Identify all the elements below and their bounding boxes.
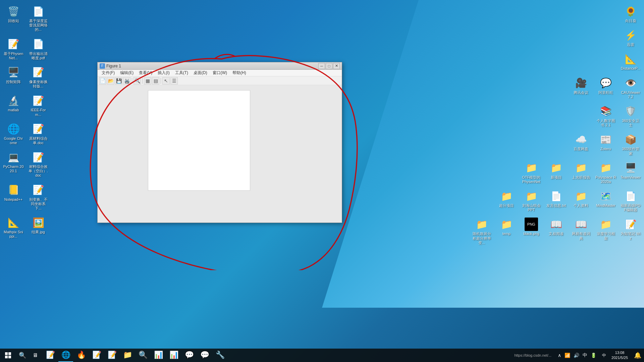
toolbar-save[interactable]: 💾 xyxy=(115,77,122,84)
close-button[interactable]: ✕ xyxy=(333,63,340,69)
search-button[interactable]: 🔍 xyxy=(16,349,29,362)
toolbar-list[interactable]: ☰ xyxy=(170,77,178,84)
toolbar-zoom[interactable]: 🔍 xyxy=(133,77,141,84)
icon-label: matlab xyxy=(8,108,19,112)
toolbar-new[interactable]: 📄 xyxy=(99,77,106,84)
icon-cauview[interactable]: 👁️ CAUViewer 7.2 xyxy=(619,75,642,101)
pdf-icon: 📄 xyxy=(624,189,637,203)
toolbar-print[interactable]: 🖨️ xyxy=(123,77,130,84)
icon-pycharm[interactable]: 💻 PyCharm 2020.1 xyxy=(2,149,25,179)
icon-wenshuyue[interactable]: 📖 文叔阅读 xyxy=(544,216,568,246)
menu-insert[interactable]: 插入(I) xyxy=(155,70,172,76)
icon-label: 控制矩阵 xyxy=(6,80,21,84)
taskbar-app-excel[interactable]: 📊 xyxy=(151,349,166,362)
task-view-button[interactable]: 🖥 xyxy=(29,349,42,362)
icon-teamviewer[interactable]: 🖥️ TeamViewer xyxy=(619,160,642,185)
icon-wiz[interactable]: 📝 为知笔记 Wiz xyxy=(619,216,642,246)
taskbar-app-word[interactable]: 📝 xyxy=(43,349,58,362)
toolbar-open[interactable]: 📂 xyxy=(107,77,114,84)
icon-label: 像素坐标换转版... xyxy=(28,80,49,88)
battery-icon[interactable]: 🔋 xyxy=(590,353,597,358)
taskbar-app-chrome[interactable]: 🌐 xyxy=(58,349,73,362)
icon-deeplearn[interactable]: 📁 深度学习框架 xyxy=(594,216,618,246)
menu-file[interactable]: 文件(F) xyxy=(99,70,117,76)
icon-personal[interactable]: 📁 个人资料 xyxy=(569,188,593,214)
start-button[interactable] xyxy=(0,349,16,362)
icon-label: Google Chrome xyxy=(3,136,24,145)
chrome-icon: 🌐 xyxy=(7,122,20,136)
icon-fayanxin[interactable]: 📄 发言信息.txt xyxy=(544,188,568,214)
svg-rect-0 xyxy=(5,352,8,355)
icon-liushanjiao[interactable]: 📁 刘海山组会 PPT xyxy=(520,188,543,214)
icon-baiduyun[interactable]: ☁️ 百度网盘 xyxy=(569,131,593,157)
notification-button[interactable]: 🔔 xyxy=(631,352,644,359)
icon-temp[interactable]: 📁 temp xyxy=(495,216,518,246)
icon-youdao[interactable]: 📖 网易有道词典 xyxy=(569,216,593,246)
taskbar-app-ppt[interactable]: 📊 xyxy=(166,349,181,362)
icon-pdf2[interactable]: 📄 带出输出清晰度.pdf xyxy=(26,36,50,62)
volume-icon[interactable]: 🔊 xyxy=(573,353,580,358)
icon-digital[interactable]: 📚 个人数字图书 2.1 xyxy=(594,103,618,129)
maximize-button[interactable]: □ xyxy=(326,63,332,69)
network-icon[interactable]: 📶 xyxy=(564,353,571,358)
icon-tengxunhui[interactable]: 🎥 腾讯会议 xyxy=(569,75,593,101)
icon-polyspace[interactable]: 📁 Polyspace R2020a xyxy=(594,160,618,185)
input-icon[interactable]: 中 xyxy=(582,352,588,358)
menu-window[interactable]: 窗口(W) xyxy=(210,70,230,76)
icon-pdf1[interactable]: 📄 基于深度监督浅层网络的... xyxy=(26,3,50,34)
icon-pdf360[interactable]: 📄 福新高级PDF编辑器 xyxy=(619,188,642,214)
taskbar-app-word3[interactable]: 📝 xyxy=(105,349,119,362)
icon-word1[interactable]: 📝 基于PhysenNet... xyxy=(2,36,25,62)
icon-jpg[interactable]: 🖼️ 结果.jpg xyxy=(26,215,50,240)
icon-recycle-bin[interactable]: 🗑️ 回收站 xyxy=(2,3,25,34)
icon-zotero[interactable]: 📰 Zotero xyxy=(594,131,618,157)
icon-blackpng[interactable]: PNG black.png xyxy=(520,216,543,246)
icon-matlab[interactable]: 🔬 matlab xyxy=(2,93,25,118)
icon-xunlei[interactable]: ⚡ 迅雷 xyxy=(619,27,642,48)
icon-chaof[interactable]: 📁 超分项目 xyxy=(495,188,518,214)
minimize-button[interactable]: ─ xyxy=(318,63,325,69)
icon-zuobiaojuzhen[interactable]: 🖥️ 控制矩阵 xyxy=(2,64,25,90)
icon-chrome[interactable]: 🌐 Google Chrome xyxy=(2,121,25,146)
icon-shangting[interactable]: 📁 上光听报告 xyxy=(569,160,593,185)
taskbar-app-qq[interactable]: 💬 xyxy=(197,349,212,362)
icon-word5[interactable]: 📝 别变换、不同坐标系下... xyxy=(26,182,50,212)
toolbar-grid1[interactable]: ▦ xyxy=(144,77,151,84)
icon-suifenhua[interactable]: 📁 随机散斑分析超分辨率变... xyxy=(470,216,493,246)
menu-help[interactable]: 帮助(H) xyxy=(230,70,249,76)
icon-word2[interactable]: 📝 像素坐标换转版... xyxy=(26,64,50,90)
taskbar-app-explorer[interactable]: 📁 xyxy=(120,349,135,362)
app-icon: 📝 xyxy=(624,218,637,231)
icon-xmproj[interactable]: 📁 新项目 xyxy=(544,160,568,185)
icon-mathpix[interactable]: 📐 Mathpix Snippi... xyxy=(2,215,25,240)
chevron-icon[interactable]: ∧ xyxy=(557,353,562,358)
toolbar-grid2[interactable]: ▤ xyxy=(152,77,159,84)
icon-otf[interactable]: 📁 OTF模型的 PhysenNet xyxy=(520,160,543,185)
icon-word3[interactable]: 📝 原材料综合单.doc xyxy=(26,121,50,146)
icon-ieee[interactable]: 📝 IEEE-Form... xyxy=(26,93,50,118)
icon-word4[interactable]: 📝 材料综合效单（空白）.doc xyxy=(26,149,50,179)
taskbar-app-matlab[interactable]: 🔥 xyxy=(74,349,89,362)
icon-aliw[interactable]: 💬 阿里旺旺 xyxy=(594,75,618,101)
menu-desktop[interactable]: 桌面(D) xyxy=(191,70,210,76)
taskbar-app-word2[interactable]: 📝 xyxy=(89,349,104,362)
icon-notepad[interactable]: 📒 Notepad++ xyxy=(2,182,25,212)
menu-view[interactable]: 查看(V) xyxy=(136,70,155,76)
language-indicator[interactable]: 中 xyxy=(600,353,608,358)
taskbar-app-tools[interactable]: 🔧 xyxy=(213,349,227,362)
icon-rizhiyue[interactable]: 🌻 向日葵 xyxy=(619,3,642,24)
toolbar-cursor[interactable]: ↖ xyxy=(162,77,170,84)
app-icon: 📖 xyxy=(549,218,563,231)
taskbar-app-wechat[interactable]: 💬 xyxy=(182,349,197,362)
icon-mindmaster[interactable]: 🗺️ MindMaster xyxy=(594,188,618,214)
taskbar-app-search2[interactable]: 🔍 xyxy=(136,349,150,362)
word2-icon: 📝 xyxy=(92,351,101,359)
matlab-icon: 🔬 xyxy=(7,94,20,107)
icon-distancep[interactable]: 📐 DistanceP... xyxy=(619,51,642,72)
icon-software360[interactable]: 📦 360软件管家 xyxy=(619,131,642,157)
system-clock[interactable]: 13:08 2021/5/25 xyxy=(608,349,631,362)
icon-sec360[interactable]: 🛡️ 360安全卫士 xyxy=(619,103,642,129)
menu-tools[interactable]: 工具(T) xyxy=(172,70,191,76)
icon-label: 原材料综合单.doc xyxy=(28,136,49,145)
menu-edit[interactable]: 编辑(E) xyxy=(117,70,136,76)
